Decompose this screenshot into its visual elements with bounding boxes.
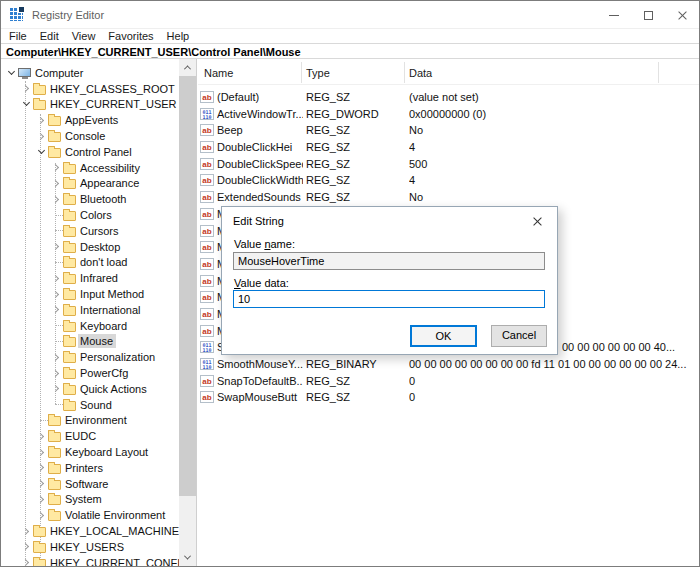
chevron-icon[interactable] xyxy=(19,103,33,105)
chevron-icon[interactable] xyxy=(49,386,63,391)
chevron-icon[interactable] xyxy=(34,420,48,421)
registry-value-row[interactable]: ExtendedSounds REG_SZ No xyxy=(198,189,699,206)
registry-value-row[interactable]: DoubleClickSpeed REG_SZ 500 xyxy=(198,156,699,173)
chevron-icon[interactable] xyxy=(34,513,48,518)
chevron-icon[interactable] xyxy=(49,165,63,170)
chevron-icon[interactable] xyxy=(49,276,63,281)
tree-node[interactable]: HKEY_CLASSES_ROOT xyxy=(1,81,178,97)
chevron-icon[interactable] xyxy=(49,371,63,376)
tree-node[interactable]: Colors xyxy=(1,207,178,223)
registry-value-row[interactable]: Beep REG_SZ No xyxy=(198,122,699,139)
registry-value-row[interactable]: DoubleClickHei REG_SZ 4 xyxy=(198,139,699,156)
tree-node[interactable]: Software xyxy=(1,476,178,492)
value-name: ExtendedSounds xyxy=(217,191,303,203)
chevron-icon[interactable] xyxy=(49,244,63,249)
chevron-icon[interactable] xyxy=(49,292,63,297)
chevron-icon[interactable] xyxy=(34,481,48,486)
registry-value-row[interactable]: DoubleClickWidth REG_SZ 4 xyxy=(198,172,699,189)
chevron-icon[interactable] xyxy=(49,230,63,231)
menu-item[interactable]: Edit xyxy=(40,30,59,42)
chevron-icon[interactable] xyxy=(19,560,33,565)
tree-node[interactable]: Sound xyxy=(1,397,178,413)
scroll-up-button[interactable] xyxy=(179,59,196,76)
tree-node[interactable]: AppEvents xyxy=(1,112,178,128)
tree-node[interactable]: Printers xyxy=(1,460,178,476)
chevron-icon[interactable] xyxy=(49,215,63,216)
chevron-icon[interactable] xyxy=(34,134,48,139)
chevron-icon[interactable] xyxy=(19,86,33,91)
scrollbar-thumb[interactable] xyxy=(179,76,196,496)
tree-node[interactable]: Personalization xyxy=(1,349,178,365)
tree-node[interactable]: Keyboard Layout xyxy=(1,444,178,460)
chevron-icon[interactable] xyxy=(19,529,33,534)
column-header-data[interactable]: Data xyxy=(409,67,432,79)
chevron-icon[interactable] xyxy=(49,341,63,342)
chevron-icon[interactable] xyxy=(49,404,63,405)
chevron-icon[interactable] xyxy=(49,325,63,326)
ok-button[interactable]: OK xyxy=(410,325,477,347)
tree-node[interactable]: Bluetooth xyxy=(1,191,178,207)
tree-node[interactable]: Cursors xyxy=(1,223,178,239)
registry-value-row[interactable]: ActiveWindowTr... REG_DWORD 0x00000000 (… xyxy=(198,106,699,123)
tree-node[interactable]: PowerCfg xyxy=(1,365,178,381)
minimize-button[interactable] xyxy=(597,1,631,29)
tree-node[interactable]: Keyboard xyxy=(1,318,178,334)
tree-node[interactable]: HKEY_CURRENT_CONFIG xyxy=(1,555,178,566)
tree-node[interactable]: Environment xyxy=(1,413,178,429)
tree-node[interactable]: Volatile Environment xyxy=(1,507,178,523)
tree-node[interactable]: Control Panel xyxy=(1,144,178,160)
tree-node[interactable]: Desktop xyxy=(1,239,178,255)
tree-node[interactable]: HKEY_LOCAL_MACHINE xyxy=(1,523,178,539)
scroll-down-button[interactable] xyxy=(179,549,196,566)
tree-node[interactable]: Console xyxy=(1,128,178,144)
chevron-icon[interactable] xyxy=(34,497,48,502)
tree-node[interactable]: Appearance xyxy=(1,176,178,192)
tree-node-icon xyxy=(63,290,76,300)
chevron-icon[interactable] xyxy=(34,151,48,153)
chevron-icon[interactable] xyxy=(49,197,63,202)
registry-value-row[interactable]: SnapToDefaultB... REG_SZ 0 xyxy=(198,373,699,390)
tree-node[interactable]: System xyxy=(1,492,178,508)
menu-item[interactable]: File xyxy=(9,30,27,42)
chevron-icon[interactable] xyxy=(34,450,48,455)
tree-scrollbar[interactable] xyxy=(179,59,196,566)
tree-node[interactable]: Infrared xyxy=(1,270,178,286)
registry-value-row[interactable]: SmoothMouseY... REG_BINARY 00 00 00 00 0… xyxy=(198,356,699,373)
chevron-icon[interactable] xyxy=(49,307,63,312)
address-bar[interactable]: Computer\HKEY_CURRENT_USER\Control Panel… xyxy=(1,45,699,59)
cancel-button[interactable]: Cancel xyxy=(491,325,547,347)
registry-value-row[interactable]: SwapMouseButt REG_SZ 0 xyxy=(198,389,699,406)
chevron-icon[interactable] xyxy=(34,465,48,470)
chevron-icon[interactable] xyxy=(34,434,48,439)
registry-value-row[interactable]: (Default) REG_SZ (value not set) xyxy=(198,89,699,106)
chevron-icon[interactable] xyxy=(4,72,18,74)
tree-node-label: Console xyxy=(63,129,108,143)
maximize-button[interactable] xyxy=(631,1,665,29)
column-header-type[interactable]: Type xyxy=(306,67,330,79)
tree-node[interactable]: don't load xyxy=(1,255,178,271)
chevron-icon[interactable] xyxy=(34,118,48,123)
tree-node[interactable]: Accessibility xyxy=(1,160,178,176)
dialog-close-button[interactable] xyxy=(521,211,553,231)
tree-node[interactable]: HKEY_USERS xyxy=(1,539,178,555)
column-header-name[interactable]: Name xyxy=(204,67,233,79)
tree-node[interactable]: International xyxy=(1,302,178,318)
close-button[interactable] xyxy=(665,1,699,29)
menu-item[interactable]: Help xyxy=(167,30,190,42)
tree-node[interactable]: Mouse xyxy=(1,334,178,350)
chevron-icon[interactable] xyxy=(49,355,63,360)
tree-node[interactable]: Input Method xyxy=(1,286,178,302)
tree-node[interactable]: Quick Actions xyxy=(1,381,178,397)
tree-node[interactable]: EUDC xyxy=(1,428,178,444)
chevron-icon[interactable] xyxy=(19,544,33,549)
chevron-icon[interactable] xyxy=(49,181,63,186)
value-name-field[interactable] xyxy=(233,252,545,270)
tree-node[interactable]: Computer xyxy=(1,65,178,81)
menu-item[interactable]: Favorites xyxy=(108,30,153,42)
tree-node[interactable]: HKEY_CURRENT_USER xyxy=(1,97,178,113)
chevron-icon[interactable] xyxy=(49,262,63,263)
value-data-field[interactable] xyxy=(233,290,545,308)
menu-item[interactable]: View xyxy=(72,30,96,42)
value-type: REG_BINARY xyxy=(306,358,403,370)
value-data: 0 xyxy=(409,391,700,403)
